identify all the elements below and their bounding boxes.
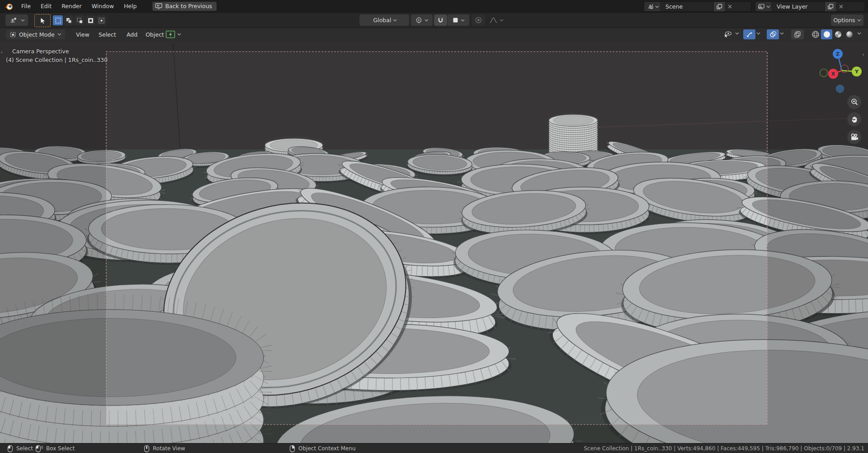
gizmo-axis-label: Z	[836, 51, 840, 57]
blender-logo-icon[interactable]	[5, 3, 14, 10]
topbar-menu-file[interactable]: File	[16, 0, 36, 12]
topbar-menu-render[interactable]: Render	[57, 0, 87, 12]
active-collection-dropdown[interactable]	[165, 29, 181, 39]
shading-wireframe-button[interactable]	[810, 29, 821, 39]
pivot-point-dropdown[interactable]	[411, 14, 433, 26]
viewport-menu-add[interactable]: Add	[123, 28, 141, 41]
shading-rendered-button[interactable]	[844, 29, 855, 39]
new-scene-button[interactable]	[713, 2, 725, 11]
topbar-menu-window[interactable]: Window	[87, 0, 119, 12]
select-mode-set-button[interactable]	[53, 15, 63, 25]
back-to-previous-label: Back to Previous	[165, 3, 212, 10]
chevron-glyph	[756, 32, 760, 35]
camera-view-button[interactable]	[847, 130, 861, 144]
new-view-layer-button[interactable]	[825, 2, 836, 11]
gizmos-toggle[interactable]	[743, 29, 755, 39]
topbar: FileEditRenderWindowHelp Back to Previou…	[0, 0, 868, 12]
chevron-down-icon	[177, 33, 181, 36]
hint-label: Select	[16, 445, 33, 452]
shading-material-icon	[834, 30, 842, 38]
chevron-glyph	[766, 5, 770, 8]
pan-hand-icon	[850, 115, 859, 124]
gizmo-axis-label: X	[831, 71, 835, 77]
pan-hand-button[interactable]	[847, 112, 861, 126]
gizmo-axis-label: Y	[854, 69, 859, 75]
hint-label: Rotate View	[153, 445, 185, 452]
chevron-down-icon	[857, 19, 861, 22]
options-dropdown[interactable]: Options	[831, 14, 863, 26]
navigation-axis-gizmo[interactable]: ZXY	[809, 44, 868, 99]
close-icon	[727, 4, 732, 9]
viewport-menu-object[interactable]: Object	[142, 28, 168, 41]
chevron-glyph	[780, 32, 784, 35]
back-screen-icon	[155, 3, 162, 9]
scene-icon	[646, 4, 655, 10]
viewport-menu-select[interactable]: Select	[95, 28, 120, 41]
select-mode-extend-button[interactable]	[64, 15, 74, 25]
delete-scene-button[interactable]	[725, 2, 735, 11]
shading-material-button[interactable]	[832, 29, 844, 39]
close-icon	[839, 4, 844, 9]
lightning-collection-icon	[165, 30, 175, 38]
viewport-menu-view[interactable]: View	[72, 28, 93, 41]
viewport-header: Object Mode ViewSelectAddObject	[0, 28, 868, 42]
select-intersect-icon	[98, 17, 105, 24]
snap-target-dropdown[interactable]	[448, 14, 469, 26]
chevron-glyph	[500, 19, 504, 22]
chevron-glyph	[21, 19, 25, 22]
chevron-down-icon	[393, 19, 397, 22]
select-invert-icon	[87, 17, 94, 24]
scene-name-field[interactable]: Scene	[661, 2, 713, 11]
blender-logo-icon	[5, 3, 14, 10]
mouse-left-icon	[7, 445, 13, 453]
movie-camera-icon	[850, 133, 859, 141]
chevron-glyph	[393, 19, 397, 22]
cursor-arrow-icon	[38, 17, 47, 25]
overlays-toggle[interactable]	[767, 29, 779, 39]
snap-target-icon	[452, 17, 459, 24]
view-layer-dropdown[interactable]	[755, 2, 772, 11]
scene-coins-render[interactable]	[0, 41, 868, 443]
proportional-circle-icon	[475, 17, 482, 24]
topbar-menu-help[interactable]: Help	[119, 0, 142, 12]
view-layer-name-field[interactable]: View Layer	[772, 2, 825, 11]
view-layer-selector: View Layer	[755, 1, 865, 12]
mouse-left-drag-icon	[35, 445, 43, 453]
overlays-icon	[769, 31, 777, 38]
back-to-previous-button[interactable]: Back to Previous	[152, 2, 217, 11]
proportional-editing-toggle[interactable]	[472, 14, 485, 26]
hint-label: Box Select	[46, 445, 75, 452]
select-mode-intersect-button[interactable]	[96, 15, 106, 25]
object-visibility-dropdown[interactable]	[721, 29, 735, 39]
snap-toggle-button[interactable]	[434, 14, 447, 26]
mode-selector-dropdown[interactable]: Object Mode	[6, 29, 65, 39]
pivot-point-icon	[415, 17, 423, 24]
chevron-glyph	[735, 32, 739, 35]
scene-selector-dropdown[interactable]	[644, 2, 661, 11]
toolbar-expand-arrow[interactable]: ›	[0, 49, 3, 56]
select-mode-invert-button[interactable]	[85, 15, 95, 25]
shading-wireframe-icon	[811, 30, 820, 38]
select-mode-sub-button[interactable]	[75, 15, 85, 25]
zoom-button[interactable]	[847, 95, 861, 109]
hint-label: Object Context Menu	[298, 445, 356, 452]
chevron-down-icon	[735, 32, 739, 35]
transform-orientation-dropdown[interactable]: Global	[359, 14, 409, 26]
view-layer-icon	[758, 4, 766, 10]
delete-view-layer-button[interactable]	[836, 2, 846, 11]
mouse-left-drag-icon	[35, 445, 43, 453]
xray-toggle[interactable]	[791, 29, 804, 39]
topbar-menu-edit[interactable]: Edit	[36, 0, 57, 12]
hint-select: Select	[7, 443, 33, 453]
shading-solid-icon	[823, 30, 831, 38]
active-tool-select-box[interactable]	[34, 14, 51, 27]
select-subtract-icon	[76, 17, 83, 24]
viewport-3d[interactable]: Camera Perspective (4) Scene Collection …	[0, 41, 868, 443]
copy-icon	[716, 4, 722, 10]
blender-window: FileEditRenderWindowHelp Back to Previou…	[0, 0, 868, 453]
hint-object-context-menu: Object Context Menu	[289, 443, 356, 453]
shading-mode-buttons	[810, 29, 855, 39]
proportional-falloff-dropdown[interactable]	[486, 14, 507, 26]
editor-type-selector[interactable]	[5, 14, 28, 26]
shading-solid-button[interactable]	[821, 29, 832, 39]
